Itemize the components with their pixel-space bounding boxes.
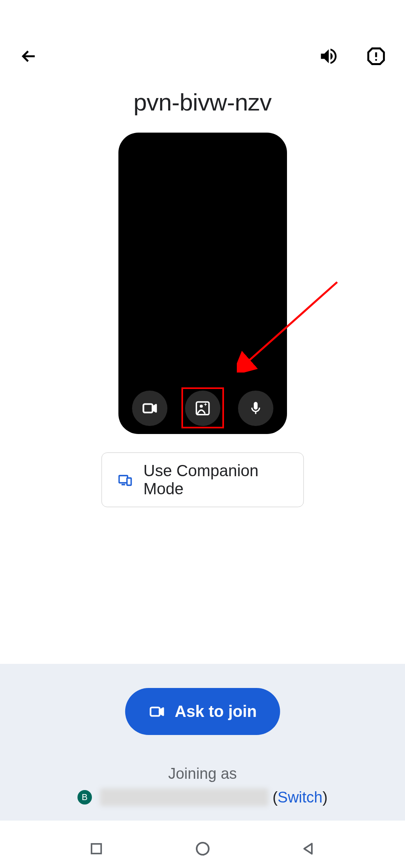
- back-button[interactable]: [16, 43, 42, 69]
- svg-point-5: [199, 405, 203, 408]
- bottom-panel: Ask to join Joining as B (Switch): [0, 664, 405, 821]
- nav-back-button[interactable]: [299, 839, 319, 859]
- svg-point-13: [197, 843, 209, 855]
- companion-mode-label: Use Companion Mode: [143, 462, 287, 498]
- svg-rect-12: [92, 844, 101, 854]
- report-icon: [366, 46, 387, 67]
- devices-icon: [118, 472, 132, 488]
- audio-output-button[interactable]: [316, 43, 342, 69]
- toggle-mic-button[interactable]: [238, 391, 273, 426]
- paren-close: ): [322, 789, 328, 806]
- report-button[interactable]: [363, 43, 389, 69]
- toggle-camera-button[interactable]: [132, 391, 167, 426]
- svg-rect-11: [151, 707, 160, 716]
- switch-wrapper: (Switch): [273, 789, 328, 806]
- account-row: B (Switch): [0, 788, 405, 806]
- nav-home-button[interactable]: [193, 839, 213, 859]
- meeting-code: pvn-bivw-nzv: [0, 88, 405, 116]
- svg-marker-14: [304, 843, 312, 854]
- svg-rect-3: [143, 404, 153, 413]
- mic-icon: [248, 401, 263, 416]
- ask-to-join-button[interactable]: Ask to join: [125, 688, 280, 735]
- speaker-icon: [318, 46, 339, 67]
- video-preview: [118, 133, 287, 434]
- nav-recent-button[interactable]: [86, 839, 106, 859]
- square-icon: [89, 841, 104, 856]
- switch-account-link[interactable]: Switch: [278, 789, 323, 806]
- joining-as-label: Joining as: [0, 765, 405, 782]
- effects-button[interactable]: [185, 391, 220, 426]
- effects-icon: [194, 400, 211, 417]
- svg-point-2: [375, 59, 377, 61]
- back-arrow-icon: [19, 46, 39, 66]
- triangle-back-icon: [301, 841, 316, 856]
- ask-to-join-label: Ask to join: [175, 702, 256, 721]
- account-email-blurred: [100, 788, 269, 806]
- system-navbar: [0, 829, 405, 868]
- paren-open: (: [273, 789, 278, 806]
- camera-icon: [148, 703, 165, 720]
- companion-mode-button[interactable]: Use Companion Mode: [101, 452, 304, 507]
- avatar: B: [77, 790, 92, 805]
- camera-icon: [141, 400, 158, 417]
- circle-icon: [195, 841, 211, 857]
- svg-rect-10: [127, 478, 131, 485]
